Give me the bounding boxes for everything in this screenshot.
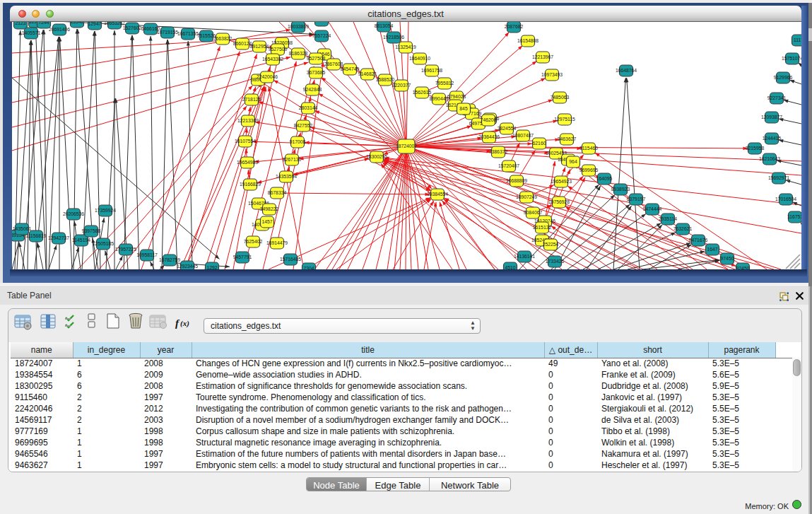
svg-text:16107554: 16107554	[235, 139, 256, 144]
svg-text:7485063: 7485063	[551, 95, 570, 100]
svg-text:6379197: 6379197	[627, 197, 646, 201]
svg-text:18640910: 18640910	[409, 56, 430, 61]
svg-text:7955812: 7955812	[435, 81, 454, 86]
svg-text:7244: 7244	[38, 22, 49, 25]
svg-text:8454749: 8454749	[341, 66, 360, 71]
svg-text:8912954: 8912954	[250, 44, 269, 49]
svg-text:116753: 116753	[787, 214, 801, 219]
svg-text:20364436: 20364436	[478, 134, 500, 139]
svg-text:14136141: 14136141	[514, 254, 535, 259]
svg-text:9129966: 9129966	[774, 75, 793, 80]
svg-text:1615132: 1615132	[533, 225, 552, 230]
svg-text:97450: 97450	[721, 256, 734, 261]
svg-text:15751074: 15751074	[782, 56, 801, 61]
svg-text:9397588: 9397588	[82, 228, 101, 233]
svg-text:8186328: 8186328	[289, 51, 308, 56]
svg-text:9242848: 9242848	[303, 87, 322, 92]
svg-text:9115460: 9115460	[579, 146, 598, 151]
svg-text:8990443: 8990443	[430, 96, 449, 101]
svg-text:12093877: 12093877	[761, 115, 782, 119]
svg-text:3824554: 3824554	[498, 126, 517, 131]
svg-text:10973493: 10973493	[541, 72, 563, 77]
svg-text:18907249: 18907249	[516, 194, 537, 199]
svg-text:17359924: 17359924	[95, 208, 116, 213]
svg-text:845: 845	[459, 106, 468, 111]
svg-text:8267130: 8267130	[283, 157, 302, 162]
svg-text:8220377: 8220377	[392, 83, 411, 88]
svg-text:9474444: 9474444	[643, 206, 662, 211]
svg-text:19218506: 19218506	[383, 35, 404, 40]
svg-text:15720407: 15720407	[498, 163, 519, 168]
svg-text:2087682: 2087682	[505, 24, 524, 29]
svg-text:8471676: 8471676	[689, 238, 708, 243]
svg-text:10719155: 10719155	[157, 30, 178, 35]
svg-text:22420046: 22420046	[257, 74, 278, 79]
svg-text:16671355: 16671355	[177, 31, 199, 36]
svg-text:f: f	[175, 317, 180, 329]
svg-text:1527602: 1527602	[123, 25, 142, 30]
svg-text:1457: 1457	[261, 219, 272, 224]
svg-text:8408: 8408	[316, 22, 326, 23]
svg-text:15692971: 15692971	[768, 175, 789, 180]
svg-text:10958117: 10958117	[136, 252, 158, 257]
svg-text:19384554: 19384554	[427, 192, 448, 197]
svg-text:8215958: 8215958	[746, 146, 765, 151]
svg-text:15342: 15342	[71, 22, 84, 24]
svg-text:(x): (x)	[180, 319, 189, 328]
svg-text:10688809: 10688809	[506, 178, 527, 183]
svg-text:917008: 917008	[290, 139, 306, 144]
svg-text:12975115: 12975115	[554, 117, 575, 122]
svg-text:11325419: 11325419	[395, 45, 416, 49]
svg-text:1244415: 1244415	[763, 136, 782, 141]
svg-text:1588520: 1588520	[376, 77, 395, 82]
svg-text:10807487: 10807487	[512, 133, 534, 138]
svg-text:9699695: 9699695	[579, 168, 599, 173]
svg-text:17016504: 17016504	[775, 197, 796, 201]
svg-text:6794028: 6794028	[447, 94, 466, 99]
svg-text:16154808: 16154808	[517, 38, 539, 43]
svg-text:1435061: 1435061	[13, 226, 32, 231]
svg-text:19654983: 19654983	[237, 160, 258, 165]
svg-text:12923445: 12923445	[177, 264, 198, 269]
svg-text:17957225: 17957225	[115, 247, 136, 252]
svg-text:62160: 62160	[533, 141, 546, 146]
svg-text:18300295: 18300295	[366, 154, 387, 159]
svg-text:1117: 1117	[794, 37, 801, 42]
svg-text:8660124: 8660124	[233, 41, 252, 46]
svg-text:9527500: 9527500	[269, 47, 288, 52]
svg-text:10033809: 10033809	[288, 24, 309, 29]
svg-text:7632621: 7632621	[673, 226, 693, 231]
svg-text:1562615: 1562615	[413, 90, 432, 95]
svg-text:3673685: 3673685	[307, 70, 326, 75]
svg-text:1405571: 1405571	[22, 30, 41, 35]
svg-text:16543382: 16543382	[262, 57, 283, 62]
svg-text:11156819: 11156819	[25, 233, 46, 238]
svg-text:1145194: 1145194	[72, 238, 90, 243]
svg-text:252254: 252254	[543, 242, 559, 247]
svg-text:8427552: 8427552	[294, 123, 313, 128]
svg-text:20691406: 20691406	[49, 27, 70, 32]
svg-text:20206536: 20206536	[63, 211, 84, 216]
svg-text:7625402: 7625402	[244, 239, 263, 244]
svg-text:2935114: 2935114	[659, 216, 677, 221]
svg-text:14353594: 14353594	[276, 174, 297, 179]
svg-text:19654923: 19654923	[551, 179, 572, 184]
svg-text:9527508: 9527508	[307, 56, 326, 61]
svg-text:964: 964	[569, 159, 577, 164]
svg-text:9146821: 9146821	[358, 71, 377, 76]
svg-text:9084067: 9084067	[524, 210, 543, 215]
svg-text:7557224: 7557224	[312, 33, 331, 38]
svg-text:9227341: 9227341	[767, 95, 787, 100]
svg-text:12213369: 12213369	[237, 118, 259, 123]
svg-text:10653267: 10653267	[104, 22, 125, 25]
svg-text:7663822: 7663822	[213, 36, 233, 41]
svg-text:8813054: 8813054	[375, 23, 394, 28]
svg-text:7386372: 7386372	[489, 149, 508, 154]
svg-text:16210643: 16210643	[759, 156, 780, 161]
svg-text:2867608: 2867608	[324, 62, 343, 66]
svg-text:3498222: 3498222	[260, 206, 279, 211]
svg-text:16782759: 16782759	[159, 257, 180, 262]
svg-text:18724007: 18724007	[396, 144, 417, 148]
svg-text:16914479: 16914479	[266, 240, 288, 245]
svg-text:2803144: 2803144	[299, 105, 318, 110]
